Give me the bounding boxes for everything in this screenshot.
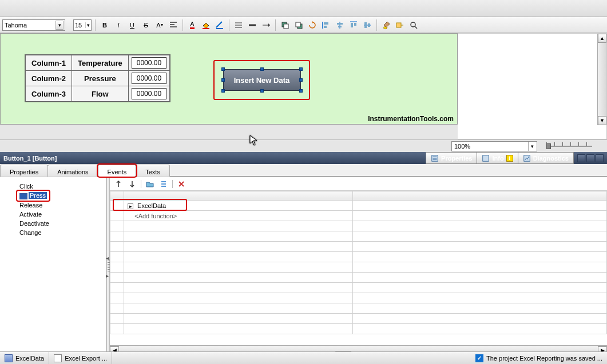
io-field-3[interactable]: 0000.00 [132, 88, 166, 99]
vertical-scrollbar[interactable]: ▲ ▼ [597, 34, 606, 125]
resize-handle[interactable] [260, 89, 264, 93]
align-button[interactable] [168, 19, 179, 31]
font-style-button[interactable]: A▾ [154, 19, 165, 31]
scroll-up-arrow[interactable]: ▲ [598, 34, 606, 43]
highlight-button[interactable] [380, 19, 392, 31]
fill-color-button[interactable] [200, 19, 212, 31]
resize-handle[interactable] [260, 67, 264, 71]
inspector-tab-info[interactable]: Info i [477, 152, 518, 164]
zoom-selection-button[interactable] [408, 19, 419, 31]
line-width-button[interactable] [247, 19, 258, 31]
inspector-title-bar: Button_1 [Button] Properties Info i Diag… [0, 152, 607, 164]
line-ends-button[interactable] [260, 19, 272, 31]
check-icon: ✓ [475, 354, 483, 362]
resize-handle[interactable] [221, 78, 225, 82]
status-label: ExcelData [15, 355, 44, 362]
font-family-combo[interactable]: Tahoma ▾ [2, 19, 65, 31]
window-button-2[interactable] [586, 154, 594, 162]
scroll-down-arrow[interactable]: ▼ [598, 116, 606, 125]
inspector-tab-diagnostics[interactable]: Diagnostics [518, 152, 574, 164]
delete-button[interactable] [176, 179, 187, 189]
status-label: Excel Export ... [65, 355, 107, 362]
resize-handle[interactable] [221, 89, 225, 93]
insert-new-data-button[interactable]: Insert New Data [223, 69, 301, 91]
strikethrough-button[interactable]: S [140, 19, 152, 31]
underline-button[interactable]: U [126, 19, 138, 31]
statusbar-item-excelexport[interactable]: Excel Export ... [49, 352, 112, 365]
event-item-click[interactable]: Click [17, 182, 106, 191]
info-badge-icon: i [506, 155, 513, 162]
window-button-1[interactable] [577, 154, 585, 162]
table-cell-label3: Flow [72, 86, 128, 102]
line-color-button[interactable] [214, 19, 225, 31]
io-field-1[interactable]: 0000.00 [132, 57, 166, 69]
inspector-tab-properties[interactable]: Properties [426, 152, 477, 164]
statusbar-save-message: ✓ The project Excel Reporting was saved … [471, 352, 607, 365]
resize-handle[interactable] [299, 67, 303, 71]
event-item-activate[interactable]: Activate [17, 210, 106, 219]
font-color-button[interactable]: A [187, 19, 198, 31]
table-cell-col3: Column-3 [26, 86, 72, 102]
function-grid[interactable]: ▸ ExcelData <Add function> [110, 191, 607, 345]
add-function-row[interactable]: <Add function> [124, 211, 353, 221]
event-item-release[interactable]: Release [17, 201, 106, 210]
resize-handle[interactable] [221, 67, 225, 71]
svg-rect-13 [368, 23, 370, 27]
event-item-press[interactable]: Press [17, 191, 49, 201]
zoom-slider[interactable] [543, 142, 596, 150]
dropdown-icon[interactable]: ▾ [528, 142, 536, 151]
subtab-animations[interactable]: Animations [47, 165, 98, 177]
event-item-deactivate[interactable]: Deactivate [17, 219, 106, 228]
function-name: ExcelData [137, 202, 166, 209]
selected-button-highlight: Insert New Data [213, 60, 310, 100]
window-button-3[interactable] [596, 154, 604, 162]
svg-rect-14 [396, 23, 401, 27]
bold-button[interactable]: B [99, 19, 110, 31]
svg-rect-17 [483, 155, 489, 161]
event-list-panel: Click Press Release Activate Deactivate … [0, 177, 106, 354]
svg-rect-10 [351, 23, 353, 27]
hmi-screen-canvas[interactable]: Column-1 Temperature 0000.00 Column-2 Pr… [0, 33, 458, 125]
dropdown-icon[interactable]: ▾ [55, 21, 64, 30]
svg-rect-0 [203, 28, 209, 29]
rotate-button[interactable] [307, 19, 318, 31]
move-down-button[interactable] [127, 179, 137, 189]
function-row-exceldata[interactable]: ▸ ExcelData [124, 201, 353, 211]
status-bar: ExcelData Excel Export ... ✓ The project… [0, 351, 607, 364]
tag-button[interactable] [394, 19, 406, 31]
expand-icon[interactable]: ▸ [128, 203, 133, 209]
tab-label: Info [492, 155, 503, 162]
table-cell-label2: Pressure [72, 71, 128, 86]
move-up-button[interactable] [113, 179, 124, 189]
zoom-combo[interactable]: 100% ▾ [451, 141, 537, 151]
italic-button[interactable]: I [113, 19, 124, 31]
watermark-text: InstrumentationTools.com [368, 115, 454, 123]
resize-handle[interactable] [299, 78, 303, 82]
svg-rect-1 [216, 28, 223, 29]
font-size-combo[interactable]: 15 ▾ [73, 19, 92, 31]
list-button[interactable] [158, 179, 169, 189]
align-center-h-button[interactable] [334, 19, 346, 31]
align-center-v-button[interactable] [362, 19, 373, 31]
format-toolbar: Tahoma ▾ 15 ▾ B I U S A▾ A [0, 17, 607, 33]
subtab-texts[interactable]: Texts [136, 165, 170, 177]
subtab-properties[interactable]: Properties [0, 165, 48, 177]
inspector-subtabs: Properties Animations Events Texts [0, 164, 607, 177]
statusbar-item-exceldata[interactable]: ExcelData [0, 352, 49, 365]
subtab-events[interactable]: Events [98, 165, 137, 177]
align-top-button[interactable] [348, 19, 359, 31]
line-style-button[interactable] [233, 19, 244, 31]
folder-button[interactable] [145, 179, 155, 189]
font-size-value: 15 [75, 22, 82, 29]
function-list-panel: ▸ ExcelData <Add function> [110, 177, 607, 354]
tab-label: Diagnostics [533, 155, 569, 162]
slider-thumb[interactable] [546, 143, 551, 149]
resize-handle[interactable] [299, 89, 303, 93]
bring-front-button[interactable] [279, 19, 291, 31]
tab-label: Properties [441, 155, 472, 162]
dropdown-icon[interactable]: ▾ [85, 22, 90, 28]
align-left-button[interactable] [320, 19, 332, 31]
event-item-change[interactable]: Change [17, 228, 106, 237]
send-back-button[interactable] [293, 19, 304, 31]
io-field-2[interactable]: 0000.00 [132, 73, 166, 84]
